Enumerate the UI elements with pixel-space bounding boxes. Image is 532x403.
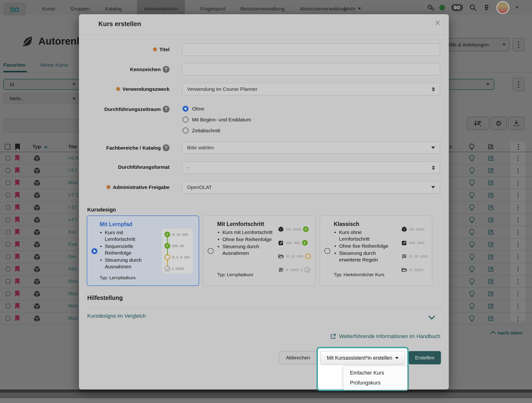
tab-meine-kurse[interactable]: Meine Kurse	[41, 62, 69, 71]
row-checkbox[interactable]	[6, 304, 10, 309]
card-klassisch[interactable]: Klassisch Kurs ohne Lernfortschritt Ohne…	[320, 215, 432, 286]
create-button[interactable]: Erstellen	[408, 351, 441, 364]
bookmark-icon[interactable]	[15, 180, 19, 186]
course-title-link[interactable]: I-7 C	[68, 192, 79, 198]
card-mit-lernfortschritt[interactable]: Mit Lernfortschritt Kurs mit Lernfortsch…	[203, 215, 316, 286]
course-title-link[interactable]: I-4 I	[68, 217, 77, 222]
titel-input[interactable]	[182, 43, 440, 56]
course-title-link[interactable]: Abs	[68, 266, 77, 272]
edit-icon[interactable]	[487, 253, 494, 260]
lightbulb-icon[interactable]	[468, 228, 475, 236]
edit-icon[interactable]	[487, 216, 494, 224]
row-checkbox[interactable]	[6, 279, 10, 284]
back-to-top-link[interactable]: nach oben	[491, 330, 522, 336]
nav-item[interactable]: Katalog	[105, 0, 122, 15]
nav-item[interactable]: Benutzerverwaltung	[241, 0, 285, 15]
lightbulb-icon[interactable]	[468, 253, 475, 260]
user-menu-chevron-icon[interactable]	[515, 6, 519, 8]
row-checkbox[interactable]	[6, 230, 10, 234]
help-icon[interactable]: ?	[163, 144, 170, 151]
radio-zeitabschnitt[interactable]: Zeitabschnitt	[183, 127, 251, 133]
lightbulb-icon[interactable]	[468, 155, 475, 162]
row-menu-icon[interactable]: ⋮	[515, 179, 521, 186]
row-checkbox[interactable]	[6, 180, 10, 185]
openolat-logo[interactable]: ∞	[3, 3, 26, 15]
help-icon[interactable]: ?	[163, 66, 170, 73]
edit-icon[interactable]	[487, 155, 494, 162]
course-title-link[interactable]: Mus	[68, 315, 78, 321]
row-menu-icon[interactable]: ⋮	[515, 278, 521, 285]
counter-badge[interactable]: 0/2	[451, 4, 463, 11]
nav-item[interactable]: Autorenbereich	[137, 0, 185, 15]
bookmark-icon[interactable]	[15, 266, 19, 272]
select-all-checkbox[interactable]	[5, 144, 10, 150]
bookmark-icon[interactable]	[15, 167, 19, 173]
row-menu-icon[interactable]: ⋮	[515, 315, 521, 322]
row-menu-icon[interactable]: ⋮	[515, 253, 521, 260]
sort-button[interactable]	[467, 117, 489, 130]
row-menu-icon[interactable]: ⋮	[515, 204, 521, 211]
row-checkbox[interactable]	[6, 316, 10, 321]
bookmark-icon[interactable]	[15, 217, 19, 223]
lightbulb-icon[interactable]	[468, 290, 475, 297]
help-icon[interactable]: ?	[163, 106, 170, 113]
assistant-dropdown-button[interactable]: Mit Kursassistent*in erstellen	[320, 351, 405, 365]
edit-icon[interactable]	[487, 290, 494, 297]
radio-icon[interactable]	[324, 248, 330, 254]
nav-item[interactable]: Kurse	[42, 0, 55, 15]
edit-icon[interactable]	[487, 302, 494, 310]
course-title-link[interactable]: Mus	[68, 180, 78, 185]
row-menu-icon[interactable]: ⋮	[515, 290, 521, 297]
lightbulb-icon[interactable]	[468, 167, 475, 174]
row-menu-icon[interactable]: ⋮	[515, 192, 521, 199]
export-download-button[interactable]	[508, 117, 524, 130]
bookmark-icon[interactable]	[15, 303, 19, 309]
row-checkbox[interactable]	[6, 168, 10, 173]
row-menu-icon[interactable]: ⋮	[515, 228, 521, 236]
edit-icon[interactable]	[487, 228, 494, 236]
nav-item[interactable]: Absenzenverwaltung	[300, 0, 346, 15]
bookmark-icon[interactable]	[15, 315, 19, 321]
row-menu-icon[interactable]: ⋮	[515, 216, 521, 223]
cancel-button[interactable]: Abbrechen	[279, 351, 317, 364]
row-menu-icon[interactable]: ⋮	[515, 155, 521, 162]
table-settings-button[interactable]: ⚙	[491, 117, 507, 130]
row-menu-icon[interactable]: ⋮	[515, 167, 521, 174]
lightbulb-column-icon[interactable]	[468, 143, 475, 150]
bookmark-icon[interactable]	[15, 204, 19, 210]
column-truncated[interactable]: t.	[450, 142, 453, 152]
nav-item-mehr[interactable]: Mehr	[344, 0, 361, 15]
fachbereiche-dropdown[interactable]: Bitte wählen	[182, 142, 440, 154]
row-checkbox[interactable]	[6, 205, 10, 210]
lightbulb-icon[interactable]	[468, 278, 475, 285]
row-checkbox[interactable]	[6, 242, 10, 247]
column-titel[interactable]: Tite	[68, 142, 77, 152]
edit-icon[interactable]	[487, 241, 494, 248]
radio-icon[interactable]	[208, 248, 214, 254]
search-icon[interactable]	[469, 4, 477, 11]
lightbulb-icon[interactable]	[468, 204, 475, 211]
row-checkbox[interactable]	[6, 193, 10, 197]
lightbulb-icon[interactable]	[468, 179, 475, 187]
bookmark-icon[interactable]	[15, 278, 19, 284]
lightbulb-icon[interactable]	[468, 315, 475, 322]
edit-icon[interactable]	[487, 179, 494, 187]
row-menu-icon[interactable]: ⋮	[515, 241, 521, 248]
row-checkbox[interactable]	[6, 267, 10, 271]
course-title-link[interactable]: I-5 I	[68, 167, 77, 173]
course-title-link[interactable]: Mus	[68, 291, 78, 296]
radio-ohne[interactable]: Ohne	[183, 106, 251, 112]
edit-icon[interactable]	[487, 315, 494, 322]
row-checkbox[interactable]	[6, 156, 10, 160]
row-checkbox[interactable]	[6, 291, 10, 296]
edit-icon[interactable]	[487, 265, 494, 273]
header-kebab-button[interactable]: ⋮	[513, 38, 524, 51]
menu-item-einfacher-kurs[interactable]: Einfacher Kurs	[343, 370, 407, 376]
freigabe-dropdown[interactable]: OpenOLAT	[182, 181, 440, 193]
bookmark-icon[interactable]	[15, 192, 19, 198]
kursdesigns-vergleich-link[interactable]: Kursdesigns im Vergleich	[87, 313, 146, 319]
kennzeichen-input[interactable]	[182, 63, 440, 76]
edit-icon[interactable]	[487, 204, 494, 211]
lightbulb-icon[interactable]	[468, 192, 475, 199]
course-title-link[interactable]: Exa	[68, 241, 77, 247]
